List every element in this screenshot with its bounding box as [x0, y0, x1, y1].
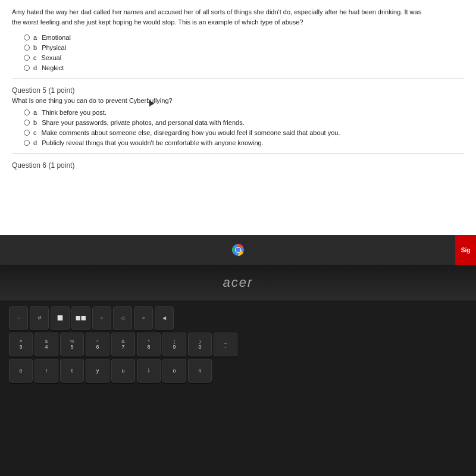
- question-5-options: a Think before you post. b Share your pa…: [24, 109, 464, 146]
- question-6-label: Question 6: [12, 161, 46, 170]
- option-letter-5a: a: [33, 109, 37, 116]
- sig-label: Sig: [461, 247, 471, 253]
- radio-5c[interactable]: [24, 130, 30, 136]
- question-4-scenario: Amy hated the way her dad called her nam…: [12, 7, 428, 27]
- option-5a[interactable]: a Think before you post.: [24, 109, 464, 116]
- radio-5d[interactable]: [24, 140, 30, 146]
- option-text-4a: Emotional: [42, 34, 71, 41]
- question-6-header: Question 6 (1 point): [12, 161, 464, 170]
- option-letter-4a: a: [33, 34, 37, 41]
- key-6[interactable]: ^ 6: [86, 333, 109, 356]
- key-minus[interactable]: _ -: [214, 333, 237, 356]
- key-e[interactable]: e: [9, 359, 33, 383]
- question-4-options: a Emotional b Physical c Sexual d Neglec…: [24, 34, 464, 71]
- question-5-block: Question 5 (1 point) What is one thing y…: [12, 86, 464, 146]
- sig-button[interactable]: Sig: [455, 235, 476, 265]
- laptop-bezel: acer: [0, 265, 476, 300]
- key-window[interactable]: ⬜: [51, 306, 70, 330]
- key-multiwindow[interactable]: ⬜⬜: [71, 306, 90, 330]
- option-5d[interactable]: d Publicly reveal things that you wouldn…: [24, 139, 464, 146]
- radio-5b[interactable]: [24, 120, 30, 126]
- key-8[interactable]: * 8: [137, 333, 161, 356]
- key-7[interactable]: & 7: [111, 333, 135, 356]
- radio-4d[interactable]: [24, 65, 30, 71]
- option-letter-4d: d: [33, 64, 37, 71]
- option-text-5b: Share your passwords, private photos, an…: [42, 119, 245, 126]
- key-brightness-down[interactable]: ○: [92, 306, 111, 330]
- radio-5a[interactable]: [24, 109, 30, 115]
- svg-point-2: [236, 248, 240, 252]
- keyboard-row-1: → ↺ ⬜ ⬜⬜ ○ ◁ « ◀: [9, 306, 467, 330]
- question-6-block: Question 6 (1 point): [12, 161, 464, 170]
- key-refresh[interactable]: ↺: [30, 306, 49, 330]
- option-4b[interactable]: b Physical: [24, 44, 464, 51]
- question-6-points: (1 point): [48, 161, 74, 170]
- acer-logo: acer: [223, 275, 253, 290]
- key-i[interactable]: i: [137, 359, 161, 383]
- option-letter-4b: b: [33, 44, 37, 51]
- browser-area: Amy hated the way her dad called her nam…: [0, 0, 476, 235]
- option-letter-5d: d: [33, 139, 37, 146]
- taskbar: Sig: [0, 235, 476, 265]
- key-4[interactable]: $ 4: [35, 333, 58, 356]
- key-vol-down[interactable]: «: [134, 306, 153, 330]
- section-divider-2: [12, 154, 464, 154]
- option-5c[interactable]: c Make comments about someone else, disr…: [24, 129, 464, 136]
- keyboard-row-2: # 3 $ 4 % 5 ^ 6 & 7 * 8 ( 9 ) 0: [9, 333, 467, 356]
- key-brightness-up[interactable]: ◁: [113, 306, 132, 330]
- key-y[interactable]: y: [86, 359, 109, 383]
- keyboard-area: → ↺ ⬜ ⬜⬜ ○ ◁ « ◀ # 3 $ 4: [0, 300, 476, 476]
- radio-4c[interactable]: [24, 55, 30, 61]
- option-text-5c: Make comments about someone else, disreg…: [42, 129, 340, 136]
- key-0[interactable]: ) 0: [188, 333, 212, 356]
- key-3[interactable]: # 3: [9, 333, 33, 356]
- key-n[interactable]: n: [188, 359, 212, 383]
- radio-4a[interactable]: [24, 35, 30, 40]
- key-arrow[interactable]: →: [9, 306, 28, 330]
- option-text-4c: Sexual: [42, 54, 62, 61]
- option-letter-5c: c: [33, 129, 37, 136]
- section-divider-1: [12, 79, 464, 79]
- key-9[interactable]: ( 9: [162, 333, 186, 356]
- option-4c[interactable]: c Sexual: [24, 54, 464, 61]
- option-letter-4c: c: [33, 54, 37, 61]
- chrome-icon[interactable]: [228, 240, 248, 259]
- key-t[interactable]: t: [60, 359, 84, 383]
- option-text-4d: Neglect: [42, 64, 64, 71]
- option-text-5a: Think before you post.: [42, 109, 107, 116]
- option-4a[interactable]: a Emotional: [24, 34, 464, 41]
- question-5-label: Question 5: [12, 86, 46, 95]
- key-o[interactable]: o: [162, 359, 186, 383]
- option-letter-5b: b: [33, 119, 37, 126]
- key-r[interactable]: r: [35, 359, 58, 383]
- key-vol-up[interactable]: ◀: [155, 306, 174, 330]
- question-4-block: Amy hated the way her dad called her nam…: [12, 7, 464, 71]
- option-text-5d: Publicly reveal things that you wouldn't…: [42, 139, 264, 146]
- question-5-text: What is one thing you can do to prevent …: [12, 97, 464, 104]
- keyboard-row-3: e r t y u i o n: [9, 359, 467, 383]
- option-text-4b: Physical: [42, 44, 66, 51]
- question-5-points: (1 point): [48, 86, 74, 95]
- key-5[interactable]: % 5: [60, 333, 84, 356]
- option-5b[interactable]: b Share your passwords, private photos, …: [24, 119, 464, 126]
- radio-4b[interactable]: [24, 45, 30, 51]
- option-4d[interactable]: d Neglect: [24, 64, 464, 71]
- key-u[interactable]: u: [111, 359, 135, 383]
- question-5-header: Question 5 (1 point): [12, 86, 464, 95]
